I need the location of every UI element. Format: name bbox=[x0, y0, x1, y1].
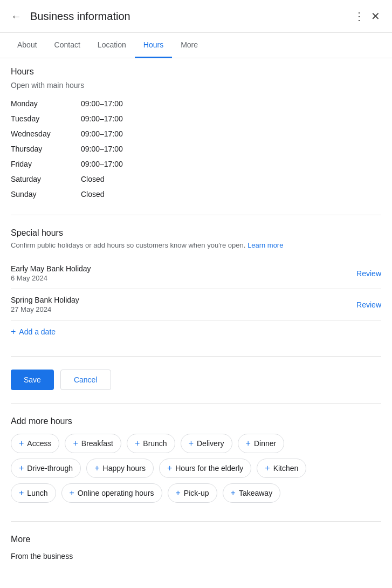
nav-tabs: About Contact Location Hours More bbox=[0, 33, 392, 58]
holiday-row-1: Early May Bank Holiday 6 May 2024 Review bbox=[11, 258, 381, 289]
close-button[interactable]: ✕ bbox=[368, 6, 383, 26]
divider-3 bbox=[11, 320, 381, 320]
add-more-hours-title: Add more hours bbox=[11, 416, 381, 426]
chips-row-3: + Lunch + Online operating hours + Pick-… bbox=[11, 483, 381, 503]
chip-happy-hours[interactable]: + Happy hours bbox=[86, 459, 154, 478]
tab-location[interactable]: Location bbox=[89, 33, 135, 58]
chip-plus-icon: + bbox=[189, 439, 194, 448]
chip-breakfast-label: Breakfast bbox=[81, 439, 113, 448]
chip-plus-icon: + bbox=[19, 488, 24, 498]
time-monday: 09:00–17:00 bbox=[81, 99, 123, 108]
chip-pick-up[interactable]: + Pick-up bbox=[168, 483, 217, 503]
tab-about[interactable]: About bbox=[9, 33, 46, 58]
chip-plus-icon: + bbox=[176, 488, 181, 498]
day-friday: Friday bbox=[11, 160, 81, 168]
divider-1 bbox=[11, 215, 381, 215]
hours-row-monday: Monday 09:00–17:00 bbox=[11, 96, 381, 111]
review-button-2[interactable]: Review bbox=[356, 300, 381, 309]
chip-delivery-label: Delivery bbox=[197, 439, 224, 448]
chip-pick-up-label: Pick-up bbox=[184, 489, 209, 497]
chip-plus-icon: + bbox=[70, 488, 74, 498]
chip-online-operating-label: Online operating hours bbox=[78, 489, 154, 497]
divider-5 bbox=[11, 403, 381, 404]
modal-header: ← Business information ⋮ ✕ bbox=[0, 0, 392, 33]
holiday-info-2: Spring Bank Holiday 27 May 2024 bbox=[11, 296, 79, 313]
chip-lunch-label: Lunch bbox=[27, 489, 47, 497]
day-thursday: Thursday bbox=[11, 145, 81, 153]
hours-section: Hours Open with main hours Monday 09:00–… bbox=[0, 58, 392, 210]
holiday-row-2: Spring Bank Holiday 27 May 2024 Review bbox=[11, 289, 381, 320]
holiday-info-1: Early May Bank Holiday 6 May 2024 bbox=[11, 264, 91, 282]
chip-kitchen-label: Kitchen bbox=[273, 464, 299, 473]
hours-section-subtitle: Open with main hours bbox=[11, 81, 381, 90]
action-buttons: Save Cancel bbox=[0, 361, 392, 399]
time-sunday: Closed bbox=[81, 190, 105, 199]
holiday-date-1: 6 May 2024 bbox=[11, 274, 91, 282]
hours-row-sunday: Sunday Closed bbox=[11, 187, 381, 202]
tab-hours[interactable]: Hours bbox=[135, 33, 172, 58]
chip-plus-icon: + bbox=[265, 463, 270, 473]
day-wednesday: Wednesday bbox=[11, 129, 81, 138]
hours-row-tuesday: Tuesday 09:00–17:00 bbox=[11, 111, 381, 126]
chip-plus-icon: + bbox=[19, 463, 24, 473]
chip-access[interactable]: + Access bbox=[11, 434, 59, 453]
tab-contact[interactable]: Contact bbox=[46, 33, 89, 58]
holiday-name-2: Spring Bank Holiday bbox=[11, 296, 79, 304]
add-date-label: Add a date bbox=[19, 327, 56, 336]
time-saturday: Closed bbox=[81, 175, 105, 183]
chip-drive-through-label: Drive-through bbox=[27, 464, 73, 473]
content-area: Hours Open with main hours Monday 09:00–… bbox=[0, 58, 392, 588]
chip-brunch-label: Brunch bbox=[143, 439, 167, 448]
chip-dinner-label: Dinner bbox=[254, 439, 276, 448]
day-saturday: Saturday bbox=[11, 175, 81, 183]
review-button-1[interactable]: Review bbox=[356, 269, 381, 278]
chip-hours-elderly-label: Hours for the elderly bbox=[175, 464, 243, 473]
chip-lunch[interactable]: + Lunch bbox=[11, 483, 56, 503]
save-button[interactable]: Save bbox=[11, 370, 54, 390]
chip-kitchen[interactable]: + Kitchen bbox=[257, 459, 306, 478]
chip-plus-icon: + bbox=[19, 439, 24, 448]
more-options-button[interactable]: ⋮ bbox=[350, 6, 368, 26]
more-section: More From the business bbox=[0, 526, 392, 573]
chip-online-operating[interactable]: + Online operating hours bbox=[61, 483, 162, 503]
tab-more[interactable]: More bbox=[172, 33, 207, 58]
chip-delivery[interactable]: + Delivery bbox=[181, 434, 232, 453]
chip-hours-elderly[interactable]: + Hours for the elderly bbox=[159, 459, 251, 478]
chips-row-1: + Access + Breakfast + Brunch + Delivery… bbox=[11, 434, 381, 453]
chip-plus-icon: + bbox=[167, 463, 172, 473]
special-hours-section: Special hours Confirm public holidays or… bbox=[0, 220, 392, 352]
learn-more-link[interactable]: Learn more bbox=[247, 241, 283, 249]
hours-section-title: Hours bbox=[11, 67, 381, 77]
holiday-date-2: 27 May 2024 bbox=[11, 305, 79, 313]
chip-takeaway-label: Takeaway bbox=[239, 489, 272, 497]
chip-plus-icon: + bbox=[73, 439, 78, 448]
chip-dinner[interactable]: + Dinner bbox=[238, 434, 285, 453]
chip-breakfast[interactable]: + Breakfast bbox=[65, 434, 121, 453]
modal-title: Business information bbox=[30, 10, 350, 23]
add-date-button[interactable]: + Add a date bbox=[11, 320, 56, 343]
time-thursday: 09:00–17:00 bbox=[81, 145, 123, 153]
cancel-button[interactable]: Cancel bbox=[60, 370, 111, 390]
hours-row-friday: Friday 09:00–17:00 bbox=[11, 156, 381, 172]
back-button[interactable]: ← bbox=[9, 8, 24, 25]
time-wednesday: 09:00–17:00 bbox=[81, 129, 123, 138]
chip-takeaway[interactable]: + Takeaway bbox=[223, 483, 281, 503]
time-tuesday: 09:00–17:00 bbox=[81, 114, 123, 123]
more-section-title: More bbox=[11, 535, 381, 544]
time-friday: 09:00–17:00 bbox=[81, 160, 123, 168]
chip-plus-icon: + bbox=[94, 463, 99, 473]
chip-drive-through[interactable]: + Drive-through bbox=[11, 459, 81, 478]
chip-plus-icon: + bbox=[246, 439, 251, 448]
divider-6 bbox=[11, 521, 381, 522]
chip-happy-hours-label: Happy hours bbox=[103, 464, 146, 473]
chip-brunch[interactable]: + Brunch bbox=[127, 434, 175, 453]
divider-4 bbox=[11, 356, 381, 357]
special-hours-title: Special hours bbox=[11, 228, 381, 238]
add-date-plus-icon: + bbox=[11, 327, 16, 337]
chips-row-2: + Drive-through + Happy hours + Hours fo… bbox=[11, 459, 381, 478]
chip-plus-icon: + bbox=[135, 439, 140, 448]
chip-access-label: Access bbox=[27, 439, 51, 448]
day-sunday: Sunday bbox=[11, 190, 81, 199]
holiday-name-1: Early May Bank Holiday bbox=[11, 264, 91, 273]
day-monday: Monday bbox=[11, 99, 81, 108]
